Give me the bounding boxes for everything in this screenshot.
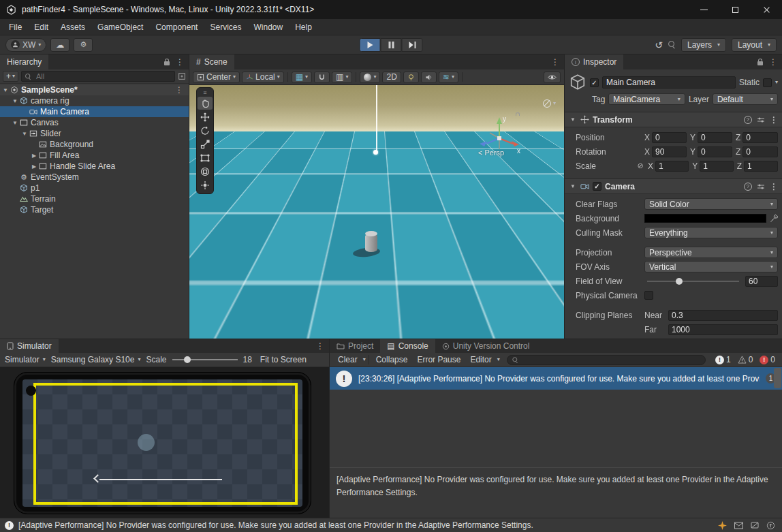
rotate-tool[interactable]: [198, 124, 213, 137]
foldout-icon[interactable]: ▶: [30, 163, 38, 170]
position-y-input[interactable]: [698, 132, 732, 143]
play-button[interactable]: [360, 38, 381, 52]
device-screen[interactable]: [22, 379, 302, 507]
device-dropdown[interactable]: Samsung Galaxy S10e▾: [51, 355, 141, 364]
tree-item-canvas[interactable]: ▼ Canvas: [0, 117, 189, 128]
camera-header[interactable]: ▼ ✓ Camera ? ⋮: [565, 179, 782, 194]
camera-enabled-checkbox[interactable]: ✓: [593, 182, 601, 191]
close-button[interactable]: [751, 0, 782, 19]
tab-simulator[interactable]: Simulator: [0, 339, 59, 353]
kebab-menu-icon[interactable]: ⋮: [176, 58, 184, 66]
fov-slider-handle[interactable]: [676, 278, 683, 285]
tree-item-target[interactable]: Target: [0, 204, 189, 215]
add-gameobject-button[interactable]: +▾: [3, 71, 18, 82]
background-tasks-icon[interactable]: [766, 521, 775, 530]
eyedropper-icon[interactable]: [770, 215, 778, 223]
ui-slider-track[interactable]: [99, 479, 222, 480]
tab-hierarchy[interactable]: Hierarchy: [0, 54, 48, 69]
cylinder-object[interactable]: [365, 231, 392, 258]
grid-visibility-dropdown[interactable]: ▦▾: [292, 72, 312, 83]
menu-assets[interactable]: Assets: [54, 20, 91, 34]
undo-history-icon[interactable]: ↺: [655, 40, 663, 50]
tree-item-camera-rig[interactable]: ▼ camera rig: [0, 95, 189, 106]
search-icon[interactable]: [668, 41, 676, 48]
mail-icon[interactable]: [734, 522, 743, 529]
help-icon[interactable]: ?: [744, 183, 752, 191]
scale-slider[interactable]: [172, 359, 238, 360]
handle-orientation-dropdown[interactable]: Local▾: [242, 72, 284, 83]
foldout-icon[interactable]: ▼: [20, 131, 29, 137]
error-count-toggle[interactable]: !0: [757, 355, 778, 364]
active-checkbox[interactable]: ✓: [590, 78, 599, 87]
scale-z-input[interactable]: [744, 161, 778, 172]
move-tool[interactable]: [198, 110, 213, 123]
foldout-icon[interactable]: ▼: [569, 116, 577, 123]
2d-toggle[interactable]: 2D: [382, 72, 401, 83]
snap-toggle[interactable]: [314, 72, 330, 83]
background-color-swatch[interactable]: [644, 214, 766, 223]
presets-icon[interactable]: [757, 183, 765, 191]
menu-window[interactable]: Window: [247, 20, 289, 34]
constrain-proportions-icon[interactable]: ⊘: [636, 161, 644, 170]
chevron-down-icon[interactable]: ▾: [363, 357, 366, 362]
kebab-menu-icon[interactable]: ⋮: [175, 86, 189, 94]
rotation-x-input[interactable]: [652, 146, 687, 157]
error-pause-toggle[interactable]: Error Pause: [413, 354, 465, 365]
tree-item-eventsystem[interactable]: ⚙ EventSystem: [0, 172, 189, 183]
kebab-menu-icon[interactable]: ⋮: [770, 183, 778, 191]
projection-label[interactable]: < Persp: [478, 148, 504, 157]
editor-dropdown[interactable]: Editor: [466, 354, 495, 365]
presets-icon[interactable]: [757, 116, 765, 124]
maximize-button[interactable]: [719, 0, 751, 19]
rotation-y-input[interactable]: [698, 146, 732, 157]
foldout-icon[interactable]: ▼: [11, 98, 19, 104]
rect-tool[interactable]: [198, 151, 213, 164]
tree-item-fill-area[interactable]: ▶ Fill Area: [0, 150, 189, 161]
tab-scene[interactable]: #Scene: [189, 54, 234, 69]
help-icon[interactable]: ?: [744, 116, 752, 124]
menu-component[interactable]: Component: [149, 20, 204, 34]
tab-project[interactable]: Project: [330, 339, 380, 353]
scale-tool[interactable]: [198, 138, 213, 151]
tree-item-scene[interactable]: ▼ SampleScene* ⋮: [0, 84, 189, 95]
physical-camera-checkbox[interactable]: [644, 291, 653, 300]
foldout-icon[interactable]: ▼: [569, 183, 577, 189]
pause-button[interactable]: [381, 38, 402, 52]
far-input[interactable]: [668, 324, 778, 335]
minimize-button[interactable]: [688, 0, 719, 19]
kebab-menu-icon[interactable]: ⋮: [316, 342, 324, 350]
menu-help[interactable]: Help: [289, 20, 318, 34]
account-dropdown[interactable]: XW ▾: [5, 38, 46, 52]
scale-slider-handle[interactable]: [184, 356, 191, 363]
fov-axis-dropdown[interactable]: Vertical▾: [644, 261, 778, 272]
gameobject-name-input[interactable]: [602, 76, 736, 89]
custom-tool[interactable]: [198, 178, 213, 191]
cache-server-icon[interactable]: [751, 521, 759, 529]
tab-inspector[interactable]: i Inspector: [565, 54, 623, 69]
pivot-mode-dropdown[interactable]: Center▾: [193, 72, 240, 83]
warning-count-toggle[interactable]: 0: [735, 355, 756, 364]
tree-item-p1[interactable]: p1: [0, 183, 189, 193]
chevron-down-icon[interactable]: ▾: [497, 357, 500, 362]
tree-item-slider[interactable]: ▼ Slider: [0, 128, 189, 139]
snap-settings-dropdown[interactable]: ▥▾: [332, 72, 352, 83]
scene-visibility-toggle[interactable]: [544, 72, 561, 83]
position-x-input[interactable]: [652, 132, 687, 143]
menu-edit[interactable]: Edit: [28, 20, 54, 34]
tab-unity-version-control[interactable]: Unity Version Control: [435, 339, 537, 353]
chevron-down-icon[interactable]: ▾: [775, 80, 778, 85]
static-checkbox[interactable]: [763, 78, 772, 87]
transform-header[interactable]: ▼ Transform ? ⋮: [565, 112, 782, 127]
scene-camera-settings[interactable]: ▾: [535, 322, 557, 334]
scene-viewport[interactable]: ≡ y: [189, 85, 564, 339]
tree-item-terrain[interactable]: Terrain: [0, 193, 189, 204]
kebab-menu-icon[interactable]: ⋮: [770, 116, 778, 124]
selection-pivot-dot[interactable]: [373, 150, 378, 155]
fov-slider[interactable]: [647, 281, 739, 282]
scene-picker-icon[interactable]: [178, 72, 186, 80]
view-hand-tool[interactable]: [198, 97, 213, 110]
scene-effects-dropdown[interactable]: ≋▾: [439, 72, 458, 83]
console-search[interactable]: [507, 355, 706, 365]
layers-dropdown[interactable]: Layers▾: [681, 38, 726, 52]
lock-icon[interactable]: [757, 61, 763, 65]
